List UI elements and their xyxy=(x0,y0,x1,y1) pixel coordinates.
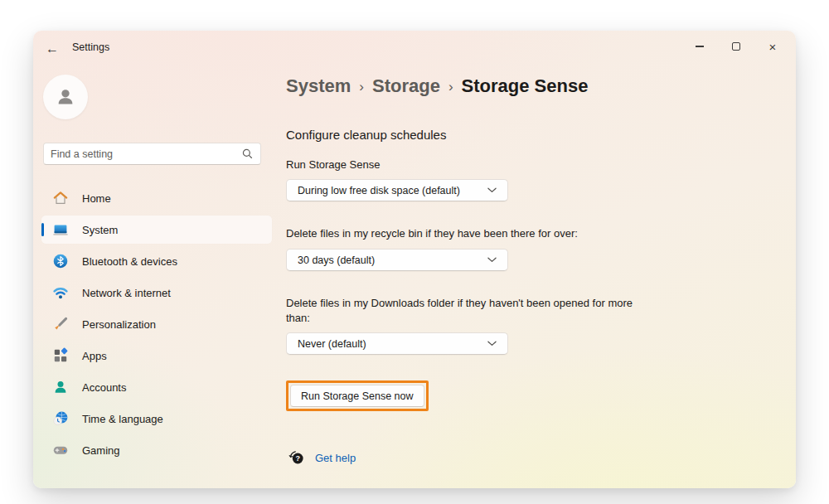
time-language-icon xyxy=(52,410,69,427)
search-icon xyxy=(241,148,254,160)
sidebar-item-label: Bluetooth & devices xyxy=(82,255,177,268)
sidebar-item-apps[interactable]: Apps xyxy=(41,342,272,370)
section-title: Configure cleanup schedules xyxy=(286,128,446,142)
run-storage-sense-dropdown[interactable]: During low free disk space (default) xyxy=(286,179,508,201)
sidebar-item-label: Network & internet xyxy=(82,287,171,299)
sidebar-item-personalization[interactable]: Personalization xyxy=(41,310,272,338)
bluetooth-icon xyxy=(52,253,69,269)
sidebar-item-system[interactable]: System xyxy=(41,216,272,244)
get-help-row: ? Get help xyxy=(288,449,356,466)
downloads-folder-label: Delete files in my Downloads folder if t… xyxy=(286,296,638,326)
user-avatar[interactable] xyxy=(43,75,88,119)
chevron-right-icon: › xyxy=(359,77,364,95)
settings-window: ← Settings × Home xyxy=(33,31,796,488)
person-icon xyxy=(53,85,78,109)
sidebar-item-label: Time & language xyxy=(82,413,163,425)
sidebar-item-time-language[interactable]: Time & language xyxy=(41,405,272,433)
breadcrumb: System › Storage › Storage Sense xyxy=(286,75,588,97)
help-question-icon: ? xyxy=(288,449,305,466)
chevron-down-icon xyxy=(487,257,497,263)
dropdown-selected-value: 30 days (default) xyxy=(298,254,487,266)
breadcrumb-system[interactable]: System xyxy=(286,75,351,97)
gaming-icon xyxy=(52,442,69,458)
search-input[interactable] xyxy=(51,148,241,160)
dropdown-selected-value: During low free disk space (default) xyxy=(298,185,487,196)
personalization-icon xyxy=(52,316,69,332)
breadcrumb-storage[interactable]: Storage xyxy=(372,75,440,97)
sidebar-item-label: Home xyxy=(82,192,111,205)
recycle-bin-dropdown[interactable]: 30 days (default) xyxy=(286,249,508,271)
sidebar-item-accounts[interactable]: Accounts xyxy=(41,373,272,401)
sidebar-nav: Home System Bluetooth & devices Net xyxy=(41,184,272,468)
sidebar-item-label: Gaming xyxy=(82,444,120,457)
run-storage-sense-now-button[interactable]: Run Storage Sense now xyxy=(290,385,424,407)
chevron-right-icon: › xyxy=(448,77,453,95)
chevron-down-icon xyxy=(487,187,497,193)
search-box xyxy=(43,143,261,165)
chevron-down-icon xyxy=(487,341,497,346)
sidebar-item-label: Personalization xyxy=(82,318,156,331)
annotation-highlight: Run Storage Sense now xyxy=(286,380,429,411)
main-content: System › Storage › Storage Sense Configu… xyxy=(286,31,783,488)
sidebar-item-bluetooth-devices[interactable]: Bluetooth & devices xyxy=(41,247,272,275)
recycle-bin-label: Delete files in my recycle bin if they h… xyxy=(286,226,684,241)
sidebar-item-label: Accounts xyxy=(82,381,126,394)
apps-icon xyxy=(52,347,69,364)
back-button[interactable]: ← xyxy=(40,37,65,61)
sidebar-item-home[interactable]: Home xyxy=(41,184,272,212)
back-arrow-icon: ← xyxy=(46,41,59,56)
run-storage-sense-label: Run Storage Sense xyxy=(286,158,380,172)
system-icon xyxy=(52,221,69,238)
accounts-icon xyxy=(52,379,69,395)
svg-text:?: ? xyxy=(295,454,300,463)
sidebar-item-label: Apps xyxy=(82,350,107,362)
sidebar-item-label: System xyxy=(82,224,118,236)
sidebar-item-gaming[interactable]: Gaming xyxy=(41,436,272,464)
network-icon xyxy=(52,284,69,301)
app-title: Settings xyxy=(72,41,109,53)
sidebar-item-network-internet[interactable]: Network & internet xyxy=(41,279,272,307)
get-help-link[interactable]: Get help xyxy=(315,452,356,464)
downloads-folder-dropdown[interactable]: Never (default) xyxy=(286,332,508,355)
dropdown-selected-value: Never (default) xyxy=(298,338,487,350)
home-icon xyxy=(52,190,69,206)
page-title: Storage Sense xyxy=(462,75,589,97)
